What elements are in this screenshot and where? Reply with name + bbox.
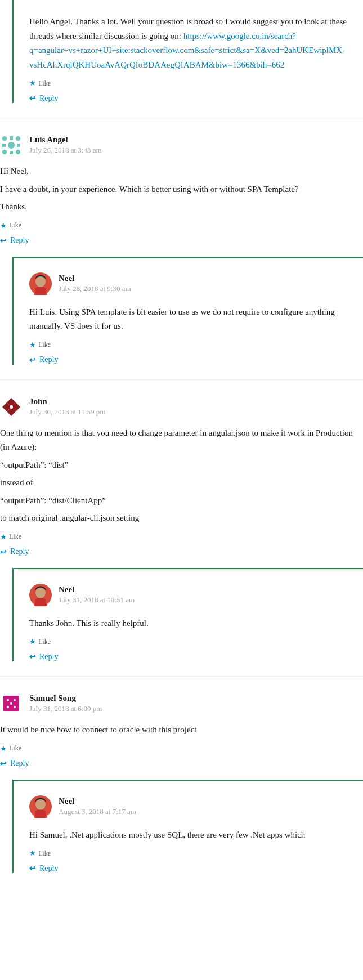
comment-reply: Neel July 28, 2018 at 9:30 am Hi Luis. U… bbox=[12, 257, 363, 365]
reply-row[interactable]: ↩ Reply bbox=[0, 236, 363, 245]
star-icon: ★ bbox=[0, 221, 7, 230]
star-icon: ★ bbox=[0, 744, 7, 753]
comment-timestamp[interactable]: July 28, 2018 at 9:30 am bbox=[59, 284, 131, 293]
reply-label: Reply bbox=[39, 652, 58, 661]
like-label: Like bbox=[9, 532, 21, 541]
comment-divider bbox=[0, 118, 363, 118]
comment-timestamp[interactable]: July 31, 2018 at 10:51 am bbox=[59, 596, 135, 605]
comment-timestamp[interactable]: July 31, 2018 at 6:00 pm bbox=[29, 704, 102, 713]
comment-meta: Samuel Song July 31, 2018 at 6:00 pm bbox=[0, 692, 363, 715]
comment-meta: Neel August 3, 2018 at 7:17 am bbox=[29, 795, 353, 818]
like-row[interactable]: ★ Like bbox=[29, 637, 353, 646]
reply-row[interactable]: ↩ Reply bbox=[29, 863, 353, 873]
comment-body: Thanks John. This is really helpful. bbox=[29, 616, 353, 631]
reply-row[interactable]: ↩ Reply bbox=[29, 355, 353, 365]
like-label: Like bbox=[9, 744, 21, 753]
avatar bbox=[0, 692, 23, 715]
star-icon: ★ bbox=[29, 849, 36, 858]
comment: Luis Angel July 26, 2018 at 3:48 am Hi N… bbox=[0, 134, 363, 245]
comment-reply: Neel July 31, 2018 at 10:51 am Thanks Jo… bbox=[12, 568, 363, 662]
star-icon: ★ bbox=[0, 532, 7, 542]
star-icon: ★ bbox=[29, 637, 36, 646]
comment-author: John bbox=[29, 397, 105, 406]
comment-body: Hi Neel,I have a doubt, in your experien… bbox=[0, 164, 363, 214]
comment-body: It would be nice how to connect to oracl… bbox=[0, 723, 363, 737]
like-label: Like bbox=[38, 341, 51, 349]
like-row[interactable]: ★ Like bbox=[0, 744, 363, 753]
reply-arrow-icon: ↩ bbox=[29, 355, 36, 365]
reply-label: Reply bbox=[10, 236, 29, 245]
reply-label: Reply bbox=[39, 355, 58, 364]
like-row[interactable]: ★ Like bbox=[29, 341, 353, 350]
reply-arrow-icon: ↩ bbox=[0, 759, 7, 768]
comment-body: One thing to mention is that you need to… bbox=[0, 426, 363, 526]
reply-arrow-icon: ↩ bbox=[0, 236, 7, 245]
comment-link[interactable]: https://www.google.co.in/search?q=angula… bbox=[29, 32, 345, 69]
comment-timestamp[interactable]: July 30, 2018 at 11:59 pm bbox=[29, 408, 105, 417]
like-label: Like bbox=[38, 638, 51, 646]
star-icon: ★ bbox=[29, 79, 36, 88]
reply-row[interactable]: ↩ Reply bbox=[0, 547, 363, 557]
reply-arrow-icon: ↩ bbox=[0, 547, 7, 557]
comment-timestamp[interactable]: August 3, 2018 at 7:17 am bbox=[59, 807, 136, 816]
reply-arrow-icon: ↩ bbox=[29, 652, 36, 661]
comment-author: Neel bbox=[59, 585, 135, 594]
comment: John July 30, 2018 at 11:59 pm One thing… bbox=[0, 396, 363, 557]
comment-meta: John July 30, 2018 at 11:59 pm bbox=[0, 396, 363, 418]
comment: Samuel Song July 31, 2018 at 6:00 pm It … bbox=[0, 692, 363, 768]
avatar bbox=[0, 134, 23, 156]
reply-row[interactable]: ↩ Reply bbox=[29, 93, 353, 103]
reply-arrow-icon: ↩ bbox=[29, 93, 36, 103]
reply-row[interactable]: ↩ Reply bbox=[0, 759, 363, 768]
comment-author: Neel bbox=[59, 796, 136, 806]
comment-body: Hi Samuel, .Net applications mostly use … bbox=[29, 828, 353, 843]
star-icon: ★ bbox=[29, 341, 36, 350]
comment-timestamp[interactable]: July 26, 2018 at 3:48 am bbox=[29, 146, 102, 155]
comment-divider bbox=[0, 676, 363, 677]
comment-divider bbox=[0, 379, 363, 380]
comment-meta: Neel July 31, 2018 at 10:51 am bbox=[29, 584, 353, 606]
like-row[interactable]: ★ Like bbox=[29, 79, 353, 88]
like-label: Like bbox=[38, 79, 51, 88]
reply-row[interactable]: ↩ Reply bbox=[29, 652, 353, 661]
like-row[interactable]: ★ Like bbox=[29, 849, 353, 858]
comment-body: Hello Angel, Thanks a lot. Well your que… bbox=[29, 15, 353, 72]
comment-author: Samuel Song bbox=[29, 693, 102, 703]
avatar bbox=[29, 272, 52, 295]
comment-body: Hi Luis. Using SPA template is bit easie… bbox=[29, 305, 353, 334]
reply-label: Reply bbox=[39, 94, 58, 103]
reply-label: Reply bbox=[10, 759, 29, 768]
like-label: Like bbox=[38, 849, 51, 858]
avatar bbox=[29, 795, 52, 818]
reply-label: Reply bbox=[39, 864, 58, 873]
reply-arrow-icon: ↩ bbox=[29, 863, 36, 873]
comment-reply: Neel August 3, 2018 at 7:17 am Hi Samuel… bbox=[12, 780, 363, 874]
avatar bbox=[0, 396, 23, 418]
reply-label: Reply bbox=[10, 547, 29, 556]
like-row[interactable]: ★ Like bbox=[0, 532, 363, 542]
comment-meta: Neel July 28, 2018 at 9:30 am bbox=[29, 272, 353, 295]
comment-author: Neel bbox=[59, 274, 131, 283]
like-label: Like bbox=[9, 221, 21, 230]
comment-author: Luis Angel bbox=[29, 135, 102, 145]
comment-meta: Luis Angel July 26, 2018 at 3:48 am bbox=[0, 134, 363, 156]
avatar bbox=[29, 584, 52, 606]
comment-reply: Hello Angel, Thanks a lot. Well your que… bbox=[12, 0, 363, 103]
like-row[interactable]: ★ Like bbox=[0, 221, 363, 230]
